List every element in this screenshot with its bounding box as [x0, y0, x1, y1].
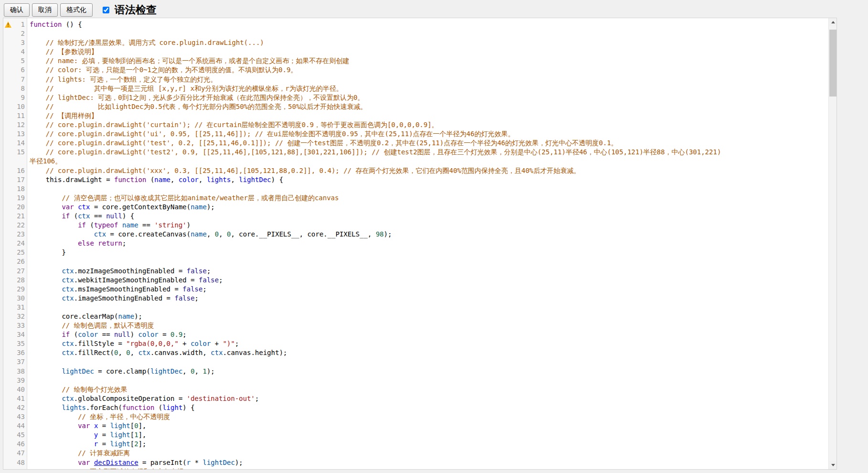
code-text[interactable]: // color: 可选，只能是一个0~1之间的数，为不透明度的值。不填则默认为…	[27, 65, 828, 75]
code-text[interactable]: }	[27, 248, 828, 257]
code-text[interactable]: // 坐标，半径，中心不透明度	[27, 412, 828, 421]
code-text[interactable]: // 清空色调层；也可以修改成其它层比如animate/weather层，或者用…	[27, 194, 828, 203]
cancel-button[interactable]: 取消	[32, 3, 58, 17]
code-line[interactable]: 15 // core.plugin.drawLight('test2', 0.9…	[3, 148, 828, 166]
code-line[interactable]: 26	[3, 257, 828, 266]
code-line[interactable]: 42 lights.forEach(function (light) {	[3, 403, 828, 412]
code-line[interactable]: 25 }	[3, 248, 828, 257]
code-line[interactable]: 36 ctx.fillRect(0, 0, ctx.canvas.width, …	[3, 348, 828, 357]
code-line[interactable]: 30 ctx.imageSmoothingEnabled = false;	[3, 294, 828, 303]
code-text[interactable]: // 【调用样例】	[27, 111, 828, 120]
code-text[interactable]: var x = light[0],	[27, 421, 828, 430]
code-text[interactable]: this.drawLight = function (name, color, …	[27, 175, 828, 184]
code-line[interactable]: 16 // core.plugin.drawLight('xxx', 0.3, …	[3, 166, 828, 175]
code-text[interactable]: r = light[2];	[27, 440, 828, 449]
scroll-up-button[interactable]	[829, 18, 837, 26]
code-text[interactable]: // 正方形区域的直径和左上角坐标	[27, 467, 828, 470]
code-text[interactable]	[27, 376, 828, 385]
code-text[interactable]: if (ctx == null) {	[27, 212, 828, 221]
code-text[interactable]: y = light[1],	[27, 430, 828, 440]
code-text[interactable]: // core.plugin.drawLight('test', 0.2, [[…	[27, 139, 828, 148]
code-text[interactable]: lightDec = core.clamp(lightDec, 0, 1);	[27, 367, 828, 376]
code-line[interactable]: 43 // 坐标，半径，中心不透明度	[3, 412, 828, 421]
code-line[interactable]: 11 // 【调用样例】	[3, 111, 828, 120]
code-line[interactable]: 24 else return;	[3, 239, 828, 248]
code-text[interactable]: // lightDec: 可选，0到1之间，光从多少百分比才开始衰减（在此范围内…	[27, 93, 828, 102]
code-line[interactable]: 20 var ctx = core.getContextByName(name)…	[3, 203, 828, 212]
code-line[interactable]: 8 // 其中每一项是三元组 [x,y,r] x和y分别为该灯光的横纵坐标，r为…	[3, 84, 828, 93]
warning-icon[interactable]: !	[5, 22, 12, 28]
code-text[interactable]: ctx.webkitImageSmoothingEnabled = false;	[27, 276, 828, 285]
code-lines[interactable]: !1function () {23 // 绘制灯光/漆黑层效果。调用方式 cor…	[3, 18, 828, 470]
code-text[interactable]: // 【参数说明】	[27, 47, 828, 56]
scroll-down-button[interactable]	[829, 461, 837, 469]
code-line[interactable]: 13 // core.plugin.drawLight('ui', 0.95, …	[3, 129, 828, 139]
code-text[interactable]	[27, 184, 828, 194]
code-text[interactable]: // 比如lightDec为0.5代表，每个灯光部分内圈50%的范围全亮，50%…	[27, 102, 828, 111]
code-line[interactable]: 17 this.drawLight = function (name, colo…	[3, 175, 828, 184]
code-line[interactable]: 34 if (color == null) color = 0.9;	[3, 330, 828, 339]
code-text[interactable]: // 绘制每个灯光效果	[27, 385, 828, 394]
code-line[interactable]: 4 // 【参数说明】	[3, 47, 828, 56]
code-line[interactable]: 29 ctx.msImageSmoothingEnabled = false;	[3, 285, 828, 294]
code-line[interactable]: 41 ctx.globalCompositeOperation = 'desti…	[3, 394, 828, 403]
code-line[interactable]: 23 ctx = core.createCanvas(name, 0, 0, c…	[3, 230, 828, 239]
syntax-check-checkbox[interactable]	[103, 7, 109, 13]
code-line[interactable]: 3 // 绘制灯光/漆黑层效果。调用方式 core.plugin.drawLig…	[3, 38, 828, 47]
code-text[interactable]: var ctx = core.getContextByName(name);	[27, 203, 828, 212]
code-line[interactable]: 38 lightDec = core.clamp(lightDec, 0, 1)…	[3, 367, 828, 376]
code-text[interactable]: lights.forEach(function (light) {	[27, 403, 828, 412]
code-line[interactable]: 21 if (ctx == null) {	[3, 212, 828, 221]
code-line[interactable]: 5 // name: 必填，要绘制到的画布名；可以是一个系统画布，或者是个自定义…	[3, 56, 828, 65]
code-text[interactable]: ctx.fillRect(0, 0, ctx.canvas.width, ctx…	[27, 348, 828, 357]
vertical-scrollbar[interactable]	[828, 18, 836, 469]
confirm-button[interactable]: 确认	[4, 3, 30, 17]
code-text[interactable]: var decDistance = parseInt(r * lightDec)…	[27, 458, 828, 467]
code-text[interactable]: ctx.globalCompositeOperation = 'destinat…	[27, 394, 828, 403]
code-line[interactable]: 44 var x = light[0],	[3, 421, 828, 430]
code-line[interactable]: 39	[3, 376, 828, 385]
code-text[interactable]: // name: 必填，要绘制到的画布名；可以是一个系统画布，或者是个自定义画布…	[27, 56, 828, 65]
code-text[interactable]: function () {	[27, 20, 828, 29]
code-line[interactable]: 10 // 比如lightDec为0.5代表，每个灯光部分内圈50%的范围全亮，…	[3, 102, 828, 111]
code-line[interactable]: 37	[3, 357, 828, 366]
code-line[interactable]: 32 core.clearMap(name);	[3, 312, 828, 321]
code-text[interactable]	[27, 257, 828, 266]
code-line[interactable]: 2	[3, 29, 828, 38]
code-line[interactable]: 18	[3, 184, 828, 194]
code-text[interactable]: // lights: 可选，一个数组，定义了每个独立的灯光。	[27, 75, 828, 84]
code-text[interactable]: // core.plugin.drawLight('xxx', 0.3, [[2…	[27, 166, 828, 175]
code-text[interactable]: core.clearMap(name);	[27, 312, 828, 321]
code-text[interactable]: ctx.imageSmoothingEnabled = false;	[27, 294, 828, 303]
code-line[interactable]: 45 y = light[1],	[3, 430, 828, 440]
code-text[interactable]: // 计算衰减距离	[27, 449, 828, 458]
code-line[interactable]: 6 // color: 可选，只能是一个0~1之间的数，为不透明度的值。不填则默…	[3, 65, 828, 75]
code-text[interactable]: // core.plugin.drawLight('curtain'); // …	[27, 120, 828, 129]
code-line[interactable]: 49 // 正方形区域的直径和左上角坐标	[3, 467, 828, 470]
code-line[interactable]: 12 // core.plugin.drawLight('curtain'); …	[3, 120, 828, 129]
code-text[interactable]: if (color == null) color = 0.9;	[27, 330, 828, 339]
code-editor[interactable]: !1function () {23 // 绘制灯光/漆黑层效果。调用方式 cor…	[3, 18, 837, 470]
code-line[interactable]: 19 // 清空色调层；也可以修改成其它层比如animate/weather层，…	[3, 194, 828, 203]
code-text[interactable]: // 绘制灯光/漆黑层效果。调用方式 core.plugin.drawLight…	[27, 38, 828, 47]
code-text[interactable]: ctx.mozImageSmoothingEnabled = false;	[27, 267, 828, 276]
code-line[interactable]: 48 var decDistance = parseInt(r * lightD…	[3, 458, 828, 467]
code-text[interactable]	[27, 303, 828, 312]
code-line[interactable]: 7 // lights: 可选，一个数组，定义了每个独立的灯光。	[3, 75, 828, 84]
code-text[interactable]: // core.plugin.drawLight('ui', 0.95, [[2…	[27, 129, 828, 139]
code-line[interactable]: 47 // 计算衰减距离	[3, 449, 828, 458]
code-text[interactable]: // core.plugin.drawLight('test2', 0.9, […	[27, 148, 828, 166]
code-text[interactable]: ctx.fillStyle = "rgba(0,0,0," + color + …	[27, 339, 828, 348]
code-line[interactable]: 27 ctx.mozImageSmoothingEnabled = false;	[3, 267, 828, 276]
code-line[interactable]: 22 if (typeof name == 'string')	[3, 221, 828, 230]
code-line[interactable]: 31	[3, 303, 828, 312]
code-text[interactable]	[27, 357, 828, 366]
format-button[interactable]: 格式化	[60, 3, 93, 17]
code-text[interactable]: // 其中每一项是三元组 [x,y,r] x和y分别为该灯光的横纵坐标，r为该灯…	[27, 84, 828, 93]
code-text[interactable]: else return;	[27, 239, 828, 248]
code-line[interactable]: !1function () {	[3, 20, 828, 29]
code-text[interactable]: ctx.msImageSmoothingEnabled = false;	[27, 285, 828, 294]
code-line[interactable]: 35 ctx.fillStyle = "rgba(0,0,0," + color…	[3, 339, 828, 348]
code-text[interactable]: if (typeof name == 'string')	[27, 221, 828, 230]
scrollbar-thumb[interactable]	[829, 30, 836, 97]
